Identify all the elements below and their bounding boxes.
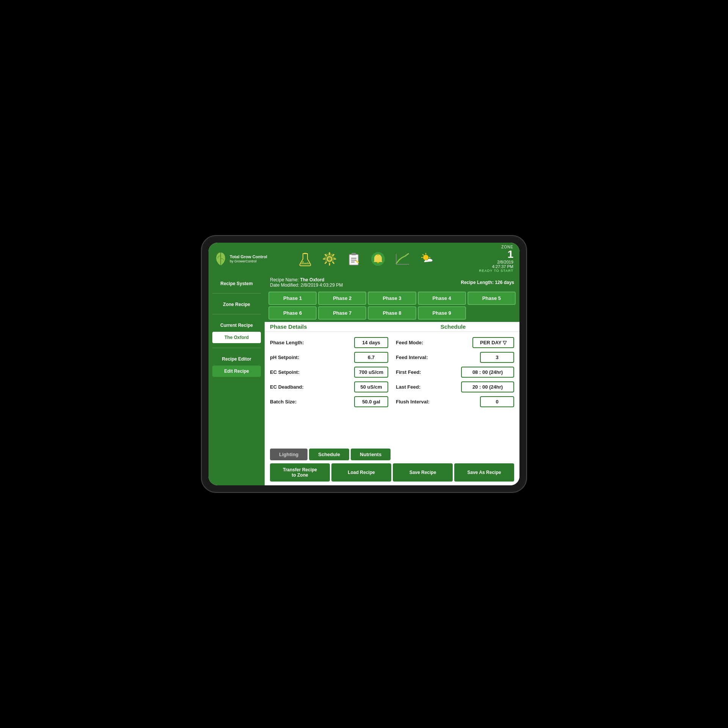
schedule-field-label-1: Feed Interval:: [396, 355, 428, 360]
phase-field-value-1[interactable]: 6.7: [354, 352, 388, 363]
recipe-name-value: The Oxford: [300, 277, 324, 282]
recipe-length-label: Recipe Length:: [461, 280, 494, 285]
zone-recipe-label: Zone Recipe: [212, 300, 261, 309]
phase-button-phase-2[interactable]: Phase 2: [318, 292, 366, 305]
phase-button-phase-9[interactable]: Phase 9: [418, 306, 466, 320]
clipboard-icon[interactable]: [345, 250, 363, 268]
zone-recipe-section: Zone Recipe: [209, 296, 265, 312]
phase-button-phase-6[interactable]: Phase 6: [268, 306, 317, 320]
schedule-field-row-4: Flush Interval:0: [396, 396, 514, 407]
phase-button-phase-5[interactable]: Phase 5: [468, 292, 516, 305]
phase-button-phase-4[interactable]: Phase 4: [418, 292, 466, 305]
schedule-title: Schedule: [392, 322, 514, 331]
chart-icon[interactable]: [393, 250, 411, 268]
phase-field-row-3: EC Deadband:50 uS/cm: [270, 381, 388, 392]
current-recipe-button[interactable]: The Oxford: [212, 332, 261, 343]
action-row: Transfer Recipe to ZoneLoad RecipeSave R…: [265, 460, 519, 485]
logo-icon: [215, 252, 227, 266]
phase-field-value-4[interactable]: 50.0 gal: [354, 396, 388, 407]
recipe-date-label: Date Modified:: [270, 282, 299, 288]
zone-label: ZONE: [464, 245, 513, 249]
svg-point-13: [377, 254, 379, 256]
current-recipe-label: Current Recipe: [212, 320, 261, 330]
edit-recipe-button[interactable]: Edit Recipe: [212, 366, 261, 377]
phase-field-label-1: pH Setpoint:: [270, 355, 299, 360]
schedule-field-row-1: Feed Interval:3: [396, 352, 514, 363]
tablet-screen: Total Grow Control by GrowerControl: [209, 243, 519, 485]
zone-number: 1: [464, 249, 513, 260]
zone-status: READY TO START: [464, 269, 513, 273]
schedule-field-value-2[interactable]: 08 : 00 (24hr): [461, 367, 514, 378]
phase-button-phase-3[interactable]: Phase 3: [368, 292, 416, 305]
main-content: Recipe System Zone Recipe Current Recipe…: [209, 275, 519, 485]
bell-icon[interactable]: [369, 250, 387, 268]
details-grid: Phase Length:14 dayspH Setpoint:6.7EC Se…: [270, 337, 514, 407]
svg-point-3: [307, 262, 308, 263]
svg-point-2: [305, 263, 306, 264]
phase-field-value-0[interactable]: 14 days: [354, 337, 388, 348]
weather-icon[interactable]: [417, 250, 436, 268]
schedule-field-value-4[interactable]: 0: [480, 396, 514, 407]
action-btn-0[interactable]: Transfer Recipe to Zone: [270, 463, 330, 482]
zone-date: 2/8/2019: [464, 260, 513, 264]
flask-icon[interactable]: [296, 250, 314, 268]
svg-rect-6: [351, 253, 356, 255]
phase-button-phase-7[interactable]: Phase 7: [318, 306, 366, 320]
zone-time: 4:27:37 PM: [464, 264, 513, 269]
tablet-device: Total Grow Control by GrowerControl: [201, 235, 527, 493]
schedule-col: Feed Mode:PER DAY ▽Feed Interval:3First …: [396, 337, 514, 407]
svg-point-16: [423, 255, 428, 260]
schedule-field-value-1[interactable]: 3: [480, 352, 514, 363]
phase-field-row-2: EC Setpoint:700 uS/cm: [270, 367, 388, 378]
recipe-date-row: Date Modified: 2/8/2019 4:03:29 PM: [270, 282, 343, 288]
svg-rect-5: [349, 254, 358, 265]
phase-field-row-0: Phase Length:14 days: [270, 337, 388, 348]
sidebar: Recipe System Zone Recipe Current Recipe…: [209, 275, 265, 485]
phase-button-phase-8[interactable]: Phase 8: [368, 306, 416, 320]
section-titles-row: Phase Details Schedule: [265, 322, 519, 332]
action-btn-3[interactable]: Save As Recipe: [454, 463, 514, 482]
divider-1: [212, 293, 261, 293]
svg-point-1: [302, 261, 304, 263]
schedule-field-row-2: First Feed:08 : 00 (24hr): [396, 367, 514, 378]
schedule-field-row-3: Last Feed:20 : 00 (24hr): [396, 381, 514, 392]
schedule-field-label-3: Last Feed:: [396, 384, 420, 390]
tab-lighting[interactable]: Lighting: [270, 449, 308, 460]
schedule-field-label-4: Flush Interval:: [396, 399, 430, 405]
phase-field-label-4: Batch Size:: [270, 399, 297, 405]
recipe-length-value: 126 days: [495, 280, 514, 285]
phase-button-phase-1[interactable]: Phase 1: [268, 292, 317, 305]
phase-field-value-3[interactable]: 50 uS/cm: [354, 381, 388, 392]
gear-icon[interactable]: [320, 250, 339, 268]
nav-icons: [273, 250, 459, 268]
recipe-editor-label: Recipe Editor: [212, 354, 261, 364]
phase-empty: [468, 306, 516, 320]
phase-details-col: Phase Length:14 dayspH Setpoint:6.7EC Se…: [270, 337, 388, 407]
top-nav-bar: Total Grow Control by GrowerControl: [209, 243, 519, 275]
recipe-name-row: Recipe Name: The Oxford: [270, 277, 343, 282]
phase-field-row-4: Batch Size:50.0 gal: [270, 396, 388, 407]
svg-rect-12: [377, 262, 379, 263]
zone-info: ZONE 1 2/8/2019 4:27:37 PM READY TO STAR…: [464, 245, 513, 273]
recipe-editor-section: Recipe Editor Edit Recipe: [209, 350, 265, 379]
schedule-field-value-0[interactable]: PER DAY ▽: [472, 337, 514, 348]
phase-field-value-2[interactable]: 700 uS/cm: [354, 367, 388, 378]
recipe-header-left: Recipe Name: The Oxford Date Modified: 2…: [270, 277, 343, 288]
logo-text: Total Grow Control by GrowerControl: [230, 254, 267, 264]
divider-3: [212, 348, 261, 348]
phase-field-label-0: Phase Length:: [270, 340, 304, 345]
current-recipe-section: Current Recipe The Oxford: [209, 317, 265, 345]
tab-nutrients[interactable]: Nutrients: [351, 449, 391, 460]
tab-row: LightingScheduleNutrients: [265, 449, 519, 460]
action-btn-1[interactable]: Load Recipe: [331, 463, 391, 482]
schedule-field-row-0: Feed Mode:PER DAY ▽: [396, 337, 514, 348]
recipe-header-right: Recipe Length: 126 days: [461, 280, 514, 285]
schedule-field-label-0: Feed Mode:: [396, 340, 423, 345]
tab-schedule[interactable]: Schedule: [309, 449, 349, 460]
schedule-field-value-3[interactable]: 20 : 00 (24hr): [461, 381, 514, 392]
action-btn-2[interactable]: Save Recipe: [393, 463, 453, 482]
right-panel: Recipe Name: The Oxford Date Modified: 2…: [265, 275, 519, 485]
phase-field-label-3: EC Deadband:: [270, 384, 304, 390]
recipe-name-label: Recipe Name:: [270, 277, 299, 282]
svg-line-21: [423, 254, 424, 255]
